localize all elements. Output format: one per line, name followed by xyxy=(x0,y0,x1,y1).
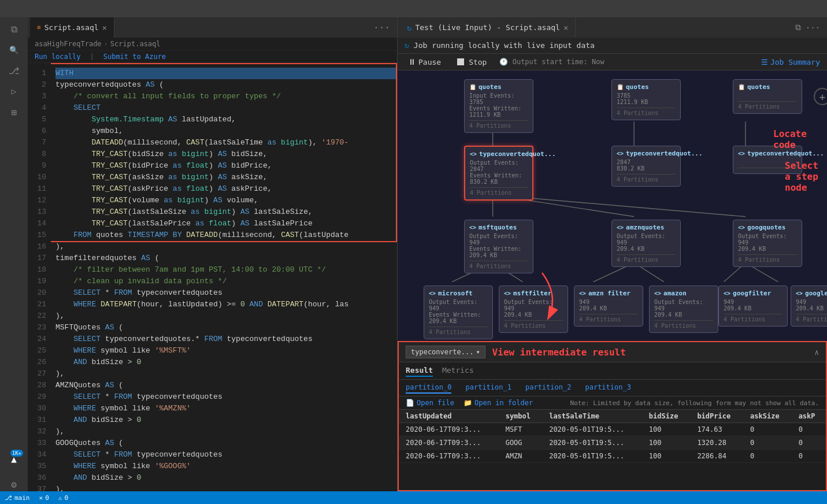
cell-lastSaleTime: 2020-05-01T19:5... xyxy=(542,423,642,436)
code-line-36: AND bidSize > 0 xyxy=(55,472,397,484)
msftquotes-node[interactable]: <> msftquotes Output Events: 949Events W… xyxy=(464,220,533,273)
googfilter-node[interactable]: <> googfilter 949209.4 KB 4 Partitions xyxy=(718,286,788,327)
amazon-node[interactable]: <> amazon Output Events: 949209.4 KB 4 P… xyxy=(649,286,718,333)
line-numbers: 12345 678910 1112131415 1617181920 21222… xyxy=(28,63,51,491)
quotes-node-left[interactable]: 📋 quotes Input Events: 3785Events Writte… xyxy=(464,79,533,133)
cell-lastUpdated: 2020-06-17T09:3... xyxy=(399,436,499,450)
amznfilter-node[interactable]: <> amzn filter 949209.4 KB 4 Partitions xyxy=(574,286,643,327)
run-icon[interactable]: ▷ xyxy=(7,84,21,98)
view-intermediate-label: View intermediate result xyxy=(492,347,626,358)
table-row: 2020-06-17T09:3...MSFT2020-05-01T19:5...… xyxy=(399,423,826,436)
test-tab-close[interactable]: × xyxy=(563,23,568,32)
code-line-9: TRY_CAST(bidPrice as float) AS bidPrice, xyxy=(55,160,397,172)
code-editor[interactable]: 12345 678910 1112131415 1617181920 21222… xyxy=(28,63,397,491)
source-control-icon[interactable]: ⎇ xyxy=(7,64,21,77)
results-tabs: Result Metrics xyxy=(399,362,826,380)
pause-button[interactable]: ⏸ Pause xyxy=(405,56,444,68)
code-line-30: WHERE symbol like '%AMZN%' xyxy=(55,403,397,414)
extensions-icon[interactable]: ⊞ xyxy=(7,105,21,119)
open-file-label: Open file xyxy=(417,399,454,407)
code-line-18: /* filter between 7am and 1pm PST, 14:00… xyxy=(55,264,397,276)
breadcrumb-file[interactable]: Script.asaql xyxy=(110,40,161,48)
open-folder-button[interactable]: 📁 Open in folder xyxy=(463,399,533,407)
code-line-28: AMZNQuotes AS ( xyxy=(55,380,397,391)
code-line-5: System.Timestamp AS lastUpdated, xyxy=(55,114,397,125)
run-locally-link[interactable]: Run locally xyxy=(35,53,80,61)
locate-code-annotation: Locate code xyxy=(773,128,827,150)
col-lastSaleTime: lastSaleTime xyxy=(542,410,642,423)
stop-button[interactable]: Stop xyxy=(454,57,490,68)
code-text[interactable]: WITH typeconvertedquotes AS ( /* convert… xyxy=(51,63,397,491)
tab-overflow-menu[interactable]: ··· xyxy=(369,22,395,33)
google-node[interactable]: <> google 949209.4 KB 4 Partitions xyxy=(791,286,827,327)
code-line-25: WHERE symbol like '%MSFT%' xyxy=(55,345,397,357)
col-bidPrice: bidPrice xyxy=(690,410,743,423)
col-lastUpdated: lastUpdated xyxy=(399,410,499,423)
pause-icon: ⏸ xyxy=(408,57,416,66)
partition-1-tab[interactable]: partition_1 xyxy=(465,382,511,394)
submit-azure-link[interactable]: Submit to Azure xyxy=(103,53,166,61)
output-time: 🕐 Output start time: Now xyxy=(499,58,604,66)
cell-symbol: GOOG xyxy=(499,436,543,450)
cell-symbol: AMZN xyxy=(499,450,543,463)
code-line-27: ), xyxy=(55,368,397,380)
code-line-13: TRY_CAST(lastSaleSize as bigint) AS last… xyxy=(55,206,397,218)
code-line-35: WHERE symbol like '%GOOG%' xyxy=(55,461,397,472)
test-tab[interactable]: ↻ Test (Live Input) - Script.asaql × xyxy=(400,17,576,38)
code-tab-close[interactable]: × xyxy=(102,23,107,32)
right-panel: ↻ Test (Live Input) - Script.asaql × ⧉ ·… xyxy=(398,17,827,491)
more-actions-icon[interactable]: ··· xyxy=(806,23,820,32)
code-line-19: /* clean up invalid data points */ xyxy=(55,276,397,287)
dropdown-value: typeconverte... xyxy=(411,348,473,356)
cell-symbol: MSFT xyxy=(499,423,543,436)
settings-icon[interactable]: ⚙ xyxy=(7,477,21,491)
chevron-down-icon: ▾ xyxy=(476,348,480,356)
code-line-37: ), xyxy=(55,484,397,491)
quotes-node-mid[interactable]: 📋 quotes 37851211.9 KB 4 Partitions xyxy=(611,79,681,120)
typeconverted-node-mid[interactable]: <> typeconvertedquot... 2847830.2 KB 4 P… xyxy=(611,146,681,187)
file-icon: ≡ xyxy=(37,24,41,31)
cell-bidSize: 100 xyxy=(642,450,691,463)
files-icon[interactable]: ⧉ xyxy=(7,22,21,36)
amznquotes-node[interactable]: <> amznquotes Output Events: 949209.4 KB… xyxy=(611,220,681,267)
metrics-tab[interactable]: Metrics xyxy=(442,365,474,377)
cell-askP: 0 xyxy=(792,423,826,436)
googquotes-node[interactable]: <> googquotes Output Events: 949209.4 KB… xyxy=(733,220,802,267)
code-line-29: SELECT * FROM typeconvertedquotes xyxy=(55,391,397,403)
add-node-button[interactable]: + xyxy=(814,88,827,105)
results-table[interactable]: lastUpdated symbol lastSaleTime bidSize … xyxy=(399,410,826,490)
code-line-24: SELECT typeconvertedquotes.* FROM typeco… xyxy=(55,333,397,345)
code-line-7: DATEADD(millisecond, CAST(lastSaleTime a… xyxy=(55,137,397,149)
diagram-area[interactable]: 📋 quotes Input Events: 3785Events Writte… xyxy=(398,71,827,341)
breadcrumb-root[interactable]: asaHighFreqTrade xyxy=(35,40,102,48)
code-panel: ≡ Script.asaql × ··· asaHighFreqTrade › … xyxy=(28,17,398,491)
msftfilter-node[interactable]: <> msftfilter Output Events: 949209.4 KB… xyxy=(499,286,568,333)
run-bar: Run locally | Submit to Azure xyxy=(28,51,397,63)
split-editor-icon[interactable]: ⧉ xyxy=(795,23,801,32)
partition-0-tab[interactable]: partition_0 xyxy=(406,382,451,394)
branch-indicator[interactable]: ⎇ main xyxy=(5,494,30,502)
table-row: 2020-06-17T09:3...AMZN2020-05-01T19:5...… xyxy=(399,450,826,463)
partition-3-tab[interactable]: partition_3 xyxy=(585,382,631,394)
cell-lastUpdated: 2020-06-17T09:3... xyxy=(399,423,499,436)
collapse-icon[interactable]: ∧ xyxy=(814,348,819,357)
code-tab[interactable]: ≡ Script.asaql × xyxy=(30,17,114,38)
code-line-22: ), xyxy=(55,310,397,322)
cell-askSize: 0 xyxy=(743,423,792,436)
table-row: 2020-06-17T09:3...GOOG2020-05-01T19:5...… xyxy=(399,436,826,450)
result-tab[interactable]: Result xyxy=(406,365,433,377)
open-folder-label: Open in folder xyxy=(474,399,533,407)
open-file-button[interactable]: 📄 Open file xyxy=(406,399,454,407)
quotes-node-right[interactable]: 📋 quotes 4 Partitions xyxy=(733,79,802,114)
search-icon[interactable]: 🔍 xyxy=(7,43,21,57)
typeconverted-node-selected[interactable]: <> typeconvertedquot... Output Events: 2… xyxy=(464,146,533,201)
job-summary-button[interactable]: ☰ Job Summary xyxy=(761,58,820,66)
microsoft-node[interactable]: <> microsoft Output Events: 949Events Wr… xyxy=(424,286,493,339)
node-selector-dropdown[interactable]: typeconverte... ▾ xyxy=(406,346,485,358)
main-layout: ⧉ 🔍 ⎇ ▷ ⊞ ▲ 1K+ ⚙ ≡ Script.asaql × ··· a… xyxy=(0,17,827,491)
code-line-32: ), xyxy=(55,426,397,438)
activity-bar: ⧉ 🔍 ⎇ ▷ ⊞ ▲ 1K+ ⚙ xyxy=(0,17,28,491)
partition-2-tab[interactable]: partition_2 xyxy=(525,382,571,394)
job-summary-label: Job Summary xyxy=(770,58,820,66)
asa-icon[interactable]: ▲ 1K+ xyxy=(7,452,21,466)
